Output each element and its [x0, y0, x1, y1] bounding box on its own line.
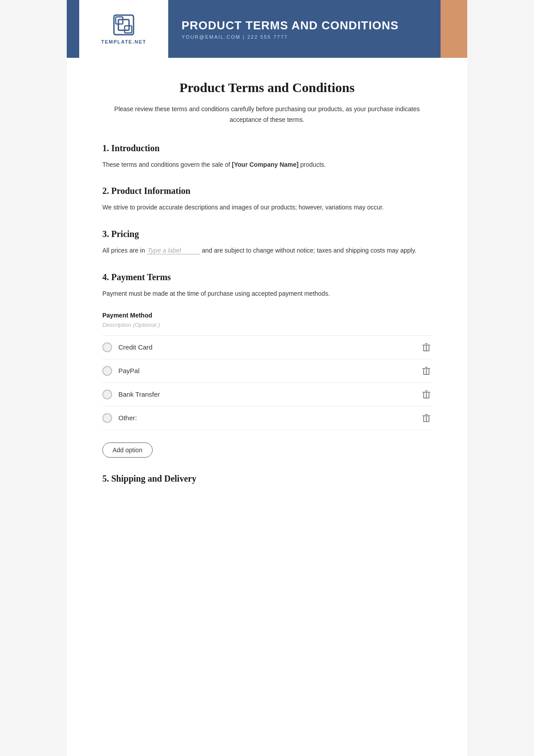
section-2-title: Product Information — [111, 186, 190, 196]
add-option-button[interactable]: Add option — [102, 442, 153, 458]
main-content: Product Terms and Conditions Please revi… — [67, 58, 467, 527]
payment-option-other-label: Other: — [118, 414, 137, 422]
svg-rect-7 — [429, 346, 429, 351]
section-pricing: 3. Pricing All prices are in and are sub… — [102, 229, 432, 256]
svg-rect-27 — [426, 416, 427, 422]
page: TEMPLATE.NET PRODUCT TERMS AND CONDITION… — [67, 0, 467, 756]
payment-method-description: Description (Optional ) — [102, 322, 432, 328]
section-4-number: 4. — [102, 272, 109, 282]
header-main: PRODUCT TERMS AND CONDITIONS YOUR@EMAIL.… — [168, 0, 441, 58]
svg-rect-6 — [423, 346, 424, 351]
section-5-title: Shipping and Delivery — [111, 474, 196, 483]
svg-rect-4 — [422, 345, 430, 346]
svg-rect-9 — [426, 346, 427, 351]
svg-rect-2 — [116, 17, 123, 24]
svg-rect-22 — [422, 415, 430, 416]
svg-rect-11 — [425, 367, 428, 368]
section-1-title: Introduction — [111, 143, 160, 153]
payment-option-bank-transfer: Bank Transfer — [102, 383, 432, 406]
section-4-heading: 4. Payment Terms — [102, 272, 432, 282]
section-3-number: 3. — [102, 229, 109, 239]
payment-method-label: Payment Method — [102, 312, 432, 319]
section-1-heading: 1. Introduction — [102, 143, 432, 153]
header-right-accent — [441, 0, 467, 58]
header-left-accent — [67, 0, 79, 58]
svg-rect-5 — [425, 343, 428, 344]
payment-method-container: Payment Method Description (Optional ) C… — [102, 312, 432, 458]
section-5-heading: 5. Shipping and Delivery — [102, 474, 432, 484]
section-4-title: Payment Terms — [111, 272, 171, 282]
section-3-title: Pricing — [111, 229, 139, 239]
radio-bank-transfer[interactable] — [102, 390, 112, 399]
payment-option-credit-card-label: Credit Card — [118, 343, 153, 351]
svg-rect-0 — [114, 15, 134, 35]
svg-rect-19 — [429, 393, 429, 398]
header-title: PRODUCT TERMS AND CONDITIONS — [182, 19, 427, 32]
svg-rect-13 — [429, 369, 429, 374]
section-2-heading: 2. Product Information — [102, 186, 432, 196]
svg-rect-25 — [429, 416, 429, 422]
section-introduction: 1. Introduction These terms and conditio… — [102, 143, 432, 170]
delete-other-icon[interactable] — [421, 413, 432, 423]
radio-paypal[interactable] — [102, 366, 112, 376]
section-5-number: 5. — [102, 474, 109, 483]
svg-rect-3 — [125, 26, 132, 33]
header-logo-area: TEMPLATE.NET — [79, 0, 168, 58]
svg-rect-17 — [425, 390, 428, 391]
radio-credit-card[interactable] — [102, 342, 112, 352]
section-product-information: 2. Product Information We strive to prov… — [102, 186, 432, 213]
section-4-body: Payment must be made at the time of purc… — [102, 289, 432, 299]
delete-bank-transfer-icon[interactable] — [421, 389, 432, 400]
delete-credit-card-icon[interactable] — [421, 342, 432, 353]
section-shipping: 5. Shipping and Delivery — [102, 474, 432, 484]
section-2-number: 2. — [102, 186, 109, 196]
pricing-label-input[interactable] — [147, 247, 200, 254]
delete-paypal-icon[interactable] — [421, 366, 432, 376]
payment-option-credit-card: Credit Card — [102, 335, 432, 359]
section-2-body: We strive to provide accurate descriptio… — [102, 202, 432, 213]
header: TEMPLATE.NET PRODUCT TERMS AND CONDITION… — [67, 0, 467, 58]
svg-rect-24 — [423, 416, 424, 422]
company-name: [Your Company Name] — [232, 161, 299, 168]
payment-options-list: Credit Card — [102, 335, 432, 430]
logo-icon — [112, 13, 135, 36]
payment-option-bank-transfer-label: Bank Transfer — [118, 390, 160, 398]
logo-text: TEMPLATE.NET — [101, 39, 146, 44]
section-payment-terms: 4. Payment Terms Payment must be made at… — [102, 272, 432, 458]
page-subtitle: Please review these terms and conditions… — [102, 104, 432, 125]
radio-other[interactable] — [102, 413, 112, 423]
payment-option-paypal-label: PayPal — [118, 367, 140, 374]
section-3-body: All prices are in and are subject to cha… — [102, 245, 432, 256]
svg-rect-1 — [118, 20, 129, 30]
svg-rect-15 — [426, 369, 427, 374]
svg-rect-10 — [422, 368, 430, 369]
payment-option-paypal: PayPal — [102, 359, 432, 383]
section-1-body: These terms and conditions govern the sa… — [102, 160, 432, 170]
svg-rect-23 — [425, 414, 428, 415]
header-subtitle: YOUR@EMAIL.COM | 222 555 7777 — [182, 34, 427, 40]
svg-rect-21 — [426, 393, 427, 398]
section-3-heading: 3. Pricing — [102, 229, 432, 239]
svg-rect-18 — [423, 393, 424, 398]
payment-option-other: Other: — [102, 406, 432, 430]
section-1-number: 1. — [102, 143, 109, 153]
page-title: Product Terms and Conditions — [102, 80, 432, 95]
svg-rect-16 — [422, 392, 430, 393]
svg-rect-12 — [423, 369, 424, 374]
